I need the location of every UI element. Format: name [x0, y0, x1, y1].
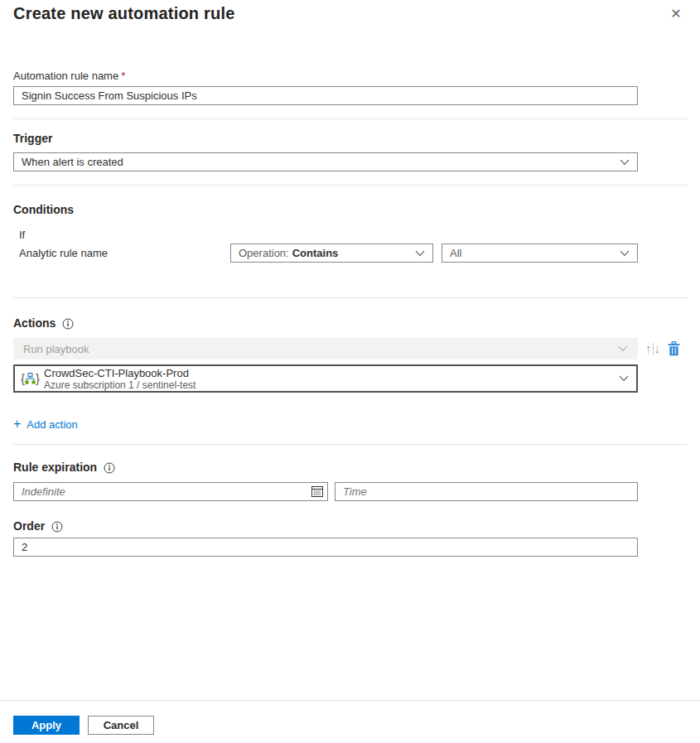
add-action-button[interactable]: + Add action — [13, 417, 78, 431]
rule-name-label: Automation rule name* — [13, 70, 688, 82]
playbook-name: CrowdSec-CTI-Playbook-Prod — [44, 367, 196, 379]
trigger-heading: Trigger — [13, 132, 688, 146]
trigger-selected-value: When alert is created — [22, 156, 123, 168]
rule-name-input[interactable] — [13, 86, 638, 105]
conditions-if-label: If — [19, 229, 688, 242]
move-down-button[interactable]: ↓ — [654, 341, 662, 356]
expiration-row — [13, 482, 688, 501]
order-heading-row: Order — [13, 519, 688, 533]
move-up-icon: ↑ — [645, 341, 652, 355]
logic-app-icon: { } — [21, 373, 40, 384]
action-type-value: Run playbook — [23, 343, 89, 355]
trigger-dropdown[interactable]: When alert is created — [13, 152, 638, 171]
apply-button[interactable]: Apply — [13, 716, 80, 735]
chevron-down-icon — [620, 159, 630, 166]
chevron-down-icon — [618, 345, 628, 352]
conditions-heading: Conditions — [13, 203, 688, 217]
action-reorder-controls: ↑ ↓ — [644, 341, 661, 356]
operator-prefix-label: Operation: — [239, 247, 289, 259]
rule-expiration-info-button[interactable] — [104, 462, 115, 474]
required-asterisk: * — [121, 70, 125, 82]
divider — [13, 185, 688, 186]
expiration-time-input[interactable] — [335, 482, 638, 501]
page-title: Create new automation rule — [13, 0, 688, 23]
trash-icon — [668, 341, 680, 356]
create-automation-rule-dialog: Create new automation rule ✕ Automation … — [0, 0, 688, 557]
divider — [13, 297, 688, 298]
plus-icon: + — [13, 417, 21, 431]
chevron-down-icon — [619, 375, 629, 382]
action-type-dropdown-disabled: Run playbook — [13, 338, 638, 359]
delete-action-button[interactable] — [668, 341, 680, 356]
operator-selected-value: Contains — [292, 247, 339, 259]
divider — [13, 118, 688, 119]
chevron-down-icon — [620, 250, 630, 257]
order-input[interactable] — [13, 538, 638, 557]
info-icon — [51, 521, 63, 533]
condition-value-dropdown[interactable]: All — [442, 244, 638, 263]
condition-row: Analytic rule name Operation: Contains A… — [13, 244, 688, 263]
close-icon: ✕ — [670, 7, 681, 21]
action-row: Run playbook ↑ ↓ — [13, 338, 688, 359]
info-icon — [62, 318, 74, 330]
close-button[interactable]: ✕ — [667, 5, 685, 23]
chevron-down-icon — [415, 250, 425, 257]
rule-expiration-heading-row: Rule expiration — [13, 461, 688, 475]
actions-info-button[interactable] — [62, 318, 74, 330]
date-picker-button[interactable] — [311, 485, 324, 498]
expiration-date-input[interactable] — [13, 482, 328, 501]
move-up-button[interactable]: ↑ — [644, 341, 653, 356]
move-down-icon: ↓ — [654, 341, 661, 355]
order-info-button[interactable] — [51, 521, 63, 533]
condition-selected-value: All — [450, 247, 461, 259]
rule-expiration-heading: Rule expiration — [13, 461, 97, 475]
add-action-label: Add action — [27, 418, 77, 431]
order-heading: Order — [13, 519, 45, 533]
dialog-footer: Apply Cancel — [0, 700, 700, 743]
playbook-dropdown[interactable]: { } CrowdSec-CTI-Playbook-Prod Azure sub… — [13, 364, 638, 393]
calendar-icon — [311, 485, 324, 498]
condition-operator-dropdown[interactable]: Operation: Contains — [230, 244, 433, 263]
condition-field-label: Analytic rule name — [19, 247, 230, 259]
playbook-scope: Azure subscription 1 / sentinel-test — [44, 379, 196, 391]
actions-heading-row: Actions — [13, 316, 688, 330]
expiration-date-field — [13, 482, 328, 501]
info-icon — [104, 462, 115, 474]
divider — [13, 444, 688, 445]
actions-heading: Actions — [13, 316, 56, 330]
cancel-button[interactable]: Cancel — [88, 716, 154, 735]
